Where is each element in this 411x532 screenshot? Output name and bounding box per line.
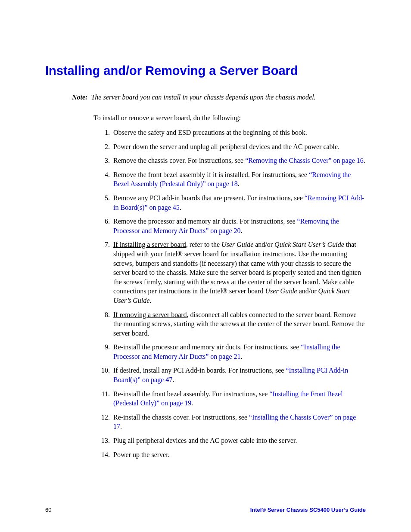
step-italic: Quick Start User’s Guide <box>274 241 344 248</box>
step-text: Remove the chassis cover. For instructio… <box>113 157 245 164</box>
step-text: Re-install the front bezel assembly. For… <box>113 390 269 398</box>
step-6: Remove the processor and memory air duct… <box>112 217 366 235</box>
note-text: The server board you can install in your… <box>91 93 315 101</box>
step-text: . <box>238 180 240 187</box>
step-1: Observe the safety and ESD precautions a… <box>112 128 366 137</box>
step-text: . <box>180 204 181 211</box>
page-footer: 60 Intel® Server Chassis SC5400 User’s G… <box>45 507 366 513</box>
step-8: If removing a server board, disconnect a… <box>112 310 366 338</box>
step-text: Remove the front bezel assembly if it is… <box>113 171 309 178</box>
step-text: . <box>149 297 151 304</box>
step-3: Remove the chassis cover. For instructio… <box>112 156 366 165</box>
section-heading: Installing and/or Removing a Server Boar… <box>45 64 366 78</box>
step-5: Remove any PCI add-in boards that are pr… <box>112 193 366 212</box>
step-text: Re-install the chassis cover. For instru… <box>113 414 249 421</box>
step-italic: User Guide <box>265 287 297 295</box>
intro-text: To install or remove a server board, do … <box>93 114 366 122</box>
step-text: . <box>364 157 365 164</box>
step-text: . <box>191 399 193 407</box>
step-text: , refer to the <box>186 241 221 248</box>
step-text: Re-install the processor and memory air … <box>113 343 301 351</box>
step-12: Re-install the chassis cover. For instru… <box>112 413 366 431</box>
step-13: Plug all peripheral devices and the AC p… <box>112 436 366 445</box>
step-11: Re-install the front bezel assembly. For… <box>112 389 366 408</box>
page-number: 60 <box>45 507 51 513</box>
step-2: Power down the server and unplug all per… <box>112 142 366 152</box>
step-italic: User Guide <box>221 241 253 248</box>
step-underline: If installing a server board <box>113 241 186 248</box>
step-text: Remove any PCI add-in boards that are pr… <box>113 194 305 202</box>
step-text: . <box>172 376 174 383</box>
step-text: and/or <box>297 287 318 295</box>
step-text: that shipped with your Intel® server boa… <box>113 241 361 295</box>
note-label: Note: <box>72 93 87 101</box>
step-7: If installing a server board, refer to t… <box>112 240 366 305</box>
step-text: . <box>241 227 243 234</box>
steps-list: Observe the safety and ESD precautions a… <box>101 128 366 459</box>
step-underline: If removing a server board <box>113 311 187 318</box>
step-text: If desired, install any PCI Add-in board… <box>113 367 286 374</box>
step-10: If desired, install any PCI Add-in board… <box>112 366 366 384</box>
step-text: and/or <box>253 241 274 248</box>
guide-title: Intel® Server Chassis SC5400 User’s Guid… <box>250 507 366 513</box>
step-text: . <box>120 423 122 430</box>
note-block: Note: The server board you can install i… <box>72 93 366 101</box>
step-14: Power up the server. <box>112 450 366 460</box>
step-4: Remove the front bezel assembly if it is… <box>112 170 366 189</box>
step-text: Remove the processor and memory air duct… <box>113 218 297 225</box>
link-removing-chassis-cover[interactable]: “Removing the Chassis Cover” on page 16 <box>245 157 364 164</box>
step-text: . <box>241 353 243 360</box>
step-9: Re-install the processor and memory air … <box>112 342 366 361</box>
